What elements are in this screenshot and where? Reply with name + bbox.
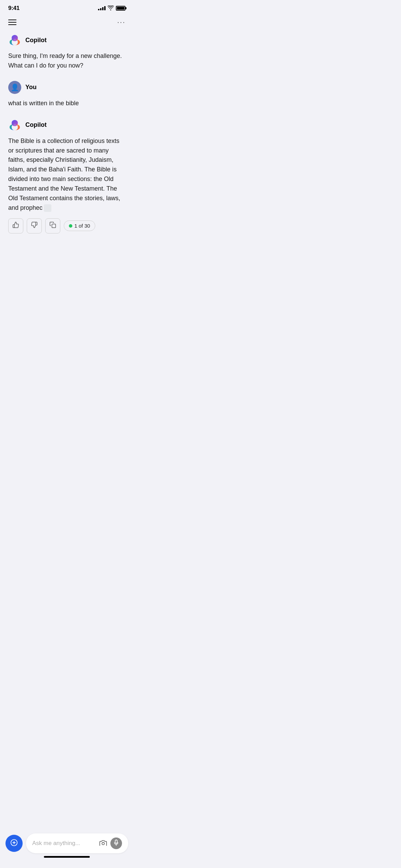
more-options-button[interactable]: ··· — [117, 18, 125, 27]
thumbs-up-icon — [12, 221, 19, 230]
feedback-bar: 1 of 30 — [8, 218, 125, 233]
message-header: Copilot — [8, 119, 125, 132]
thumbs-up-button[interactable] — [8, 218, 23, 233]
thumbs-down-button[interactable] — [27, 218, 42, 233]
nav-bar: ··· — [0, 14, 134, 30]
svg-point-0 — [13, 39, 16, 41]
status-icons — [98, 5, 125, 11]
thumbs-down-icon — [31, 221, 38, 230]
copilot-message-text-2: The Bible is a collection of religious t… — [8, 136, 125, 213]
message-header: Copilot — [8, 34, 125, 47]
source-indicator — [69, 224, 72, 228]
user-avatar: 👤 — [8, 81, 21, 94]
copilot-avatar — [8, 34, 21, 47]
copilot-sender-label-2: Copilot — [25, 121, 47, 129]
signal-icon — [98, 6, 106, 10]
menu-icon — [8, 24, 16, 25]
user-sender-label: You — [25, 84, 37, 91]
user-message-text-1: what is written in the bible — [8, 99, 125, 108]
svg-rect-2 — [52, 224, 56, 228]
svg-point-1 — [13, 124, 16, 126]
copilot-message-2: Copilot The Bible is a collection of rel… — [8, 119, 125, 233]
status-bar: 9:41 — [0, 0, 134, 14]
copilot-message-text-1: Sure thing, I'm ready for a new challeng… — [8, 51, 125, 71]
copilot-message-1: Copilot Sure thing, I'm ready for a new … — [8, 34, 125, 71]
copy-button[interactable] — [45, 218, 60, 233]
copy-icon — [49, 221, 56, 230]
battery-icon — [116, 6, 125, 11]
user-message-1: 👤 You what is written in the bible — [8, 81, 125, 108]
menu-button[interactable] — [8, 20, 16, 25]
copilot-sender-label: Copilot — [25, 37, 47, 44]
chat-content: Copilot Sure thing, I'm ready for a new … — [0, 30, 134, 251]
message-header: 👤 You — [8, 81, 125, 94]
menu-icon — [8, 22, 16, 23]
status-time: 9:41 — [8, 5, 20, 12]
menu-icon — [8, 20, 16, 20]
source-count-label: 1 of 30 — [74, 223, 90, 229]
person-icon: 👤 — [11, 83, 19, 92]
source-badge[interactable]: 1 of 30 — [64, 220, 95, 231]
truncation-indicator — [44, 204, 51, 212]
copilot-avatar-2 — [8, 119, 21, 132]
wifi-icon — [108, 5, 114, 11]
